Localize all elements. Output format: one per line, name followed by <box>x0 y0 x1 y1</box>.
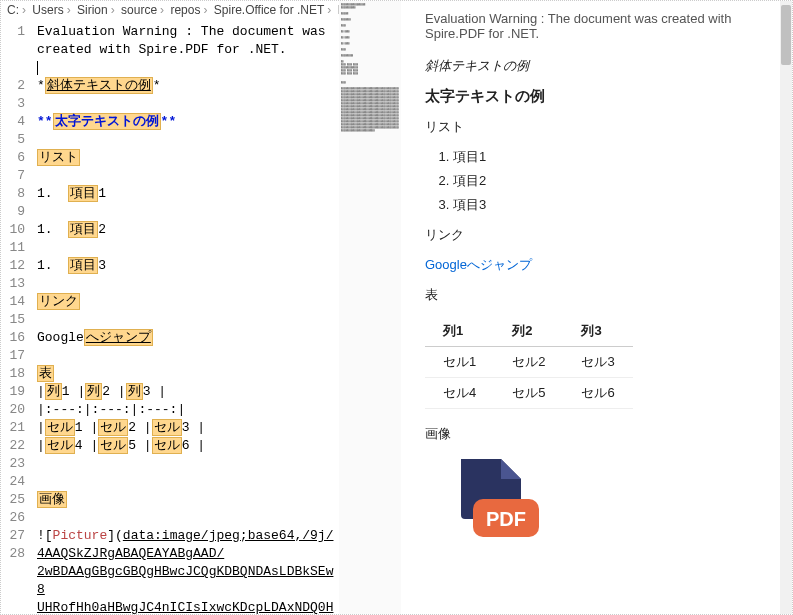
code-line[interactable]: 2wBDAAgGBgcGBQgHBwcJCQgKDBQNDAsLDBkSEw8 <box>37 563 335 599</box>
code-line[interactable] <box>37 455 335 473</box>
code-line[interactable]: 画像 <box>37 491 335 509</box>
code-line[interactable]: ![Picture](data:image/jpeg;base64,/9j/ <box>37 527 335 545</box>
code-line[interactable]: created with Spire.PDF for .NET. <box>37 41 335 59</box>
breadcrumb-seg[interactable]: C: <box>7 3 19 17</box>
code-line[interactable]: |:---:|:---:|:---:| <box>37 401 335 419</box>
list-heading: リスト <box>425 118 768 136</box>
image-heading: 画像 <box>425 425 768 443</box>
scrollbar-thumb[interactable] <box>781 5 791 65</box>
editor-pane: C:› Users› Sirion› source› repos› Spire.… <box>1 1 339 614</box>
code-line[interactable] <box>37 311 335 329</box>
preview-table: 列1 列2 列3 セル1 セル2 セル3 セル4 セル5 セル6 <box>425 316 633 409</box>
code-line[interactable] <box>37 59 335 77</box>
code-line[interactable]: 1. 項目2 <box>37 221 335 239</box>
preview-pane: Evaluation Warning : The document was cr… <box>401 1 792 614</box>
code-line[interactable] <box>37 509 335 527</box>
warning-text: Evaluation Warning : The document was cr… <box>425 11 768 41</box>
highlight: リスト <box>37 149 80 166</box>
breadcrumb[interactable]: C:› Users› Sirion› source› repos› Spire.… <box>1 1 339 19</box>
table-heading: 表 <box>425 286 768 304</box>
code-line[interactable]: |セル4 |セル5 |セル6 | <box>37 437 335 455</box>
code-line[interactable]: UHRofHh0aHBwgJC4nICIsIxwcKDcpLDAxNDQ0Hy <box>37 599 335 614</box>
code-line[interactable]: Googleへジャンプ <box>37 329 335 347</box>
code-line[interactable]: 表 <box>37 365 335 383</box>
highlight: リンク <box>37 293 80 310</box>
list-item: 項目2 <box>453 172 768 190</box>
scrollbar-vertical[interactable] <box>780 1 792 614</box>
preview-list: 項目1 項目2 項目3 <box>453 148 768 214</box>
highlight: へジャンプ <box>84 329 153 346</box>
svg-text:PDF: PDF <box>486 508 526 530</box>
preview-link[interactable]: Googleへジャンプ <box>425 257 532 272</box>
highlight: 項目 <box>68 257 98 274</box>
code-line[interactable]: |列1 |列2 |列3 | <box>37 383 335 401</box>
code-editor[interactable]: 1 2 3 4 5 6 7 8 9 10 11 12 13 14 15 16 1… <box>1 19 339 614</box>
pdf-icon: PDF <box>445 455 768 554</box>
table-row: セル4 セル5 セル6 <box>425 378 633 409</box>
table-header: 列1 <box>425 316 494 347</box>
code-line[interactable] <box>37 95 335 113</box>
code-line[interactable]: 4AAQSkZJRgABAQEAYABgAAD/ <box>37 545 335 563</box>
code-line[interactable]: Evaluation Warning : The document was <box>37 23 335 41</box>
highlight: 項目 <box>68 221 98 238</box>
highlight: 表 <box>37 365 54 382</box>
table-header: 列2 <box>494 316 563 347</box>
link-heading: リンク <box>425 226 768 244</box>
breadcrumb-seg[interactable]: Sirion <box>77 3 108 17</box>
line-gutter: 1 2 3 4 5 6 7 8 9 10 11 12 13 14 15 16 1… <box>1 19 33 614</box>
highlight: 項目 <box>68 185 98 202</box>
code-line[interactable]: *斜体テキストの例* <box>37 77 335 95</box>
code-line[interactable] <box>37 239 335 257</box>
code-content[interactable]: Evaluation Warning : The document was cr… <box>33 19 339 614</box>
code-line[interactable] <box>37 347 335 365</box>
code-line[interactable] <box>37 131 335 149</box>
italic-example: 斜体テキストの例 <box>425 57 768 75</box>
list-item: 項目3 <box>453 196 768 214</box>
minimap[interactable]: ████████████████████████████████████████… <box>339 1 401 614</box>
code-line[interactable]: リンク <box>37 293 335 311</box>
code-line[interactable] <box>37 203 335 221</box>
breadcrumb-seg[interactable]: source <box>121 3 157 17</box>
code-line[interactable]: 1. 項目1 <box>37 185 335 203</box>
breadcrumb-seg[interactable]: Users <box>32 3 63 17</box>
text-cursor <box>37 61 38 75</box>
bold-example: 太字テキストの例 <box>425 87 768 106</box>
code-line[interactable] <box>37 473 335 491</box>
code-line[interactable]: 1. 項目3 <box>37 257 335 275</box>
list-item: 項目1 <box>453 148 768 166</box>
code-line[interactable]: リスト <box>37 149 335 167</box>
breadcrumb-seg[interactable]: repos <box>170 3 200 17</box>
code-line[interactable]: |セル1 |セル2 |セル3 | <box>37 419 335 437</box>
code-line[interactable] <box>37 275 335 293</box>
table-header: 列3 <box>563 316 632 347</box>
code-line[interactable] <box>37 167 335 185</box>
highlight: 太字テキストの例 <box>53 113 161 130</box>
breadcrumb-seg[interactable]: Spire.Office for .NET <box>214 3 324 17</box>
highlight: 画像 <box>37 491 67 508</box>
highlight: 斜体テキストの例 <box>45 77 153 94</box>
code-line[interactable]: **太字テキストの例** <box>37 113 335 131</box>
table-row: セル1 セル2 セル3 <box>425 347 633 378</box>
